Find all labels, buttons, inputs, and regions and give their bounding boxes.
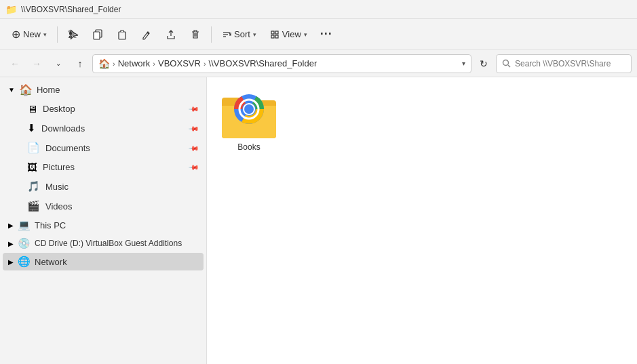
toolbar-separator-1 xyxy=(57,26,58,43)
sort-label: Sort xyxy=(234,29,250,39)
desktop-label: Desktop xyxy=(43,104,195,114)
sidebar-item-downloads[interactable]: ⬇ Downloads 📌 xyxy=(3,119,204,138)
thispc-icon: 💻 xyxy=(18,219,31,231)
folder-icon-wrapper xyxy=(222,91,276,138)
sort-chevron: ▾ xyxy=(253,31,256,38)
cddrive-expand-icon: ▶ xyxy=(8,240,14,247)
refresh-button[interactable]: ↻ xyxy=(474,54,493,73)
svg-line-20 xyxy=(508,65,510,67)
new-button[interactable]: ⊕ New ▾ xyxy=(5,23,53,46)
thispc-label: This PC xyxy=(35,220,198,230)
search-input[interactable] xyxy=(515,59,625,68)
svg-rect-16 xyxy=(275,31,278,34)
sidebar-section-home[interactable]: ▼ 🏠 Home xyxy=(3,81,204,99)
search-icon xyxy=(502,59,511,68)
title-bar: 📁 \\VBOXSVR\Shared_Folder xyxy=(0,0,637,19)
new-plus-icon: ⊕ xyxy=(12,28,20,41)
svg-rect-18 xyxy=(275,35,278,38)
up-button[interactable]: ↑ xyxy=(71,54,90,73)
view-button[interactable]: View ▾ xyxy=(264,23,313,46)
network-expand-icon: ▶ xyxy=(8,258,14,266)
sidebar-item-documents[interactable]: 📄 Documents 📌 xyxy=(3,138,204,157)
svg-rect-15 xyxy=(271,31,274,34)
recent-locations-button[interactable]: ⌄ xyxy=(49,54,68,73)
toolbar: ⊕ New ▾ xyxy=(0,19,637,50)
svg-point-19 xyxy=(503,60,509,66)
videos-icon: 🎬 xyxy=(27,200,40,212)
main-content: ▼ 🏠 Home 🖥 Desktop 📌 ⬇ Downloads 📌 📄 Doc… xyxy=(0,77,637,364)
paste-button[interactable] xyxy=(111,23,134,46)
view-icon xyxy=(270,30,279,39)
rename-button[interactable] xyxy=(135,23,158,46)
sidebar-item-music[interactable]: 🎵 Music xyxy=(3,177,204,196)
crumb-network[interactable]: Network xyxy=(118,58,151,68)
sidebar: ▼ 🏠 Home 🖥 Desktop 📌 ⬇ Downloads 📌 📄 Doc… xyxy=(0,77,207,364)
music-label: Music xyxy=(45,182,195,192)
crumb-vboxsvr[interactable]: VBOXSVR xyxy=(158,58,201,68)
sidebar-section-cddrive[interactable]: ▶ 💿 CD Drive (D:) VirtualBox Guest Addit… xyxy=(3,235,204,252)
address-path[interactable]: 🏠 › Network › VBOXSVR › \\VBOXSVR\Shared… xyxy=(92,54,471,73)
copy-button[interactable] xyxy=(86,23,109,46)
paste-icon xyxy=(117,29,128,40)
svg-point-25 xyxy=(244,104,254,114)
more-button[interactable]: ··· xyxy=(315,23,338,46)
new-chevron: ▾ xyxy=(43,31,47,38)
home-icon: 🏠 xyxy=(19,83,33,96)
search-box[interactable] xyxy=(496,54,632,73)
copy-icon xyxy=(92,29,103,40)
new-label: New xyxy=(23,29,41,39)
address-bar: ← → ⌄ ↑ 🏠 › Network › VBOXSVR › \\VBOXSV… xyxy=(0,50,637,77)
home-expand-icon: ▼ xyxy=(8,86,15,94)
svg-rect-8 xyxy=(119,32,126,39)
network-label: Network xyxy=(35,257,198,267)
file-item-books[interactable]: Books xyxy=(215,85,283,157)
sort-icon xyxy=(222,30,231,39)
sort-button[interactable]: Sort ▾ xyxy=(216,23,263,46)
share-button[interactable] xyxy=(159,23,182,46)
back-button[interactable]: ← xyxy=(5,54,24,73)
desktop-icon: 🖥 xyxy=(27,103,37,115)
svg-rect-17 xyxy=(271,35,274,38)
rename-icon xyxy=(141,29,152,40)
sidebar-item-videos[interactable]: 🎬 Videos xyxy=(3,197,204,216)
view-label: View xyxy=(282,29,301,39)
svg-rect-7 xyxy=(94,32,100,39)
cddrive-icon: 💿 xyxy=(18,237,31,249)
file-area: Books xyxy=(207,77,637,364)
pictures-icon: 🖼 xyxy=(27,161,37,173)
documents-label: Documents xyxy=(45,143,195,153)
title-bar-icon: 📁 xyxy=(5,4,17,15)
cut-icon xyxy=(68,29,79,40)
view-chevron: ▾ xyxy=(304,31,307,38)
videos-label: Videos xyxy=(45,201,195,211)
documents-icon: 📄 xyxy=(27,142,40,154)
sidebar-item-desktop[interactable]: 🖥 Desktop 📌 xyxy=(3,100,204,118)
file-label-books: Books xyxy=(237,142,260,152)
home-crumb-icon: 🏠 xyxy=(98,58,110,69)
sidebar-section-network[interactable]: ▶ 🌐 Network xyxy=(3,253,204,270)
forward-button[interactable]: → xyxy=(27,54,46,73)
sidebar-section-thispc[interactable]: ▶ 💻 This PC xyxy=(3,216,204,234)
crumb-shared-folder[interactable]: \\VBOXSVR\Shared_Folder xyxy=(209,58,317,68)
downloads-icon: ⬇ xyxy=(27,122,36,134)
network-icon: 🌐 xyxy=(18,256,31,268)
share-icon xyxy=(166,29,176,40)
home-label: Home xyxy=(37,85,198,95)
thispc-expand-icon: ▶ xyxy=(8,222,14,229)
title-bar-text: \\VBOXSVR\Shared_Folder xyxy=(21,5,121,14)
music-icon: 🎵 xyxy=(27,180,40,193)
downloads-label: Downloads xyxy=(41,123,195,134)
cddrive-label: CD Drive (D:) VirtualBox Guest Additions xyxy=(35,239,198,248)
sidebar-item-pictures[interactable]: 🖼 Pictures 📌 xyxy=(3,158,204,176)
delete-icon xyxy=(190,29,201,40)
chrome-logo xyxy=(233,94,265,125)
more-icon: ··· xyxy=(320,27,332,41)
address-dropdown-button[interactable]: ▾ xyxy=(462,60,465,67)
cut-button[interactable] xyxy=(62,23,85,46)
pictures-label: Pictures xyxy=(43,162,195,172)
toolbar-separator-2 xyxy=(211,26,212,43)
delete-button[interactable] xyxy=(184,23,207,46)
